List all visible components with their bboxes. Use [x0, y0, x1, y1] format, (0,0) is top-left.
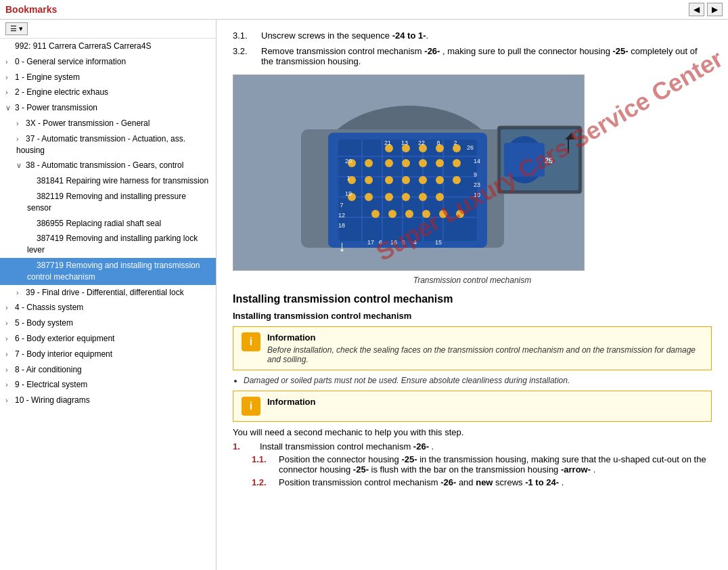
svg-text:22: 22: [418, 139, 425, 146]
sidebar-label-s2: 2 - Engine electric exhaus: [15, 87, 108, 97]
sidebar-menu-button[interactable]: ☰ ▾: [5, 22, 28, 35]
svg-point-43: [439, 210, 447, 218]
sidebar-item-s3x[interactable]: ›3X - Power transmission - General: [0, 116, 216, 131]
sidebar-item-s2[interactable]: ›2 - Engine electric exhaus: [0, 85, 216, 100]
info-title-2: Information: [267, 397, 316, 407]
sidebar-item-s10[interactable]: ›10 - Wiring diagrams: [0, 393, 216, 408]
sidebar-item-root[interactable]: 992: 911 Carrera CarreraS Carrera4S: [0, 39, 216, 54]
toggle-icon-s3x: ›: [16, 118, 26, 129]
transmission-diagram: 21 13 22 8 2 26 14 9 20 1 19 7 12 18 23 …: [233, 74, 585, 271]
svg-point-30: [419, 176, 427, 184]
svg-point-24: [436, 159, 444, 167]
sidebar-label-s382119: 382119 Removing and installing pressure …: [27, 192, 186, 213]
sidebar-label-s387719: 387719 Removing and installing transmiss…: [27, 261, 200, 282]
sidebar-item-s4[interactable]: ›4 - Chassis system: [0, 300, 216, 315]
sidebar-label-s39: 39 - Final drive - Differential, differe…: [26, 288, 184, 297]
toggle-icon-s3: ∨: [5, 103, 15, 113]
sidebar-item-s37[interactable]: ›37 - Automatic transmission - Actuation…: [0, 131, 216, 158]
svg-text:2: 2: [453, 139, 457, 146]
sidebar-item-s38[interactable]: ∨38 - Automatic transmission - Gears, co…: [0, 158, 216, 173]
sidebar-label-s386955: 386955 Replacing radial shaft seal: [37, 219, 161, 228]
sidebar-label-s1: 1 - Engine system: [15, 72, 80, 82]
info-title-1: Information: [267, 332, 703, 343]
sidebar-item-s1[interactable]: ›1 - Engine system: [0, 70, 216, 85]
info-icon-2: i: [242, 397, 260, 416]
sidebar-item-s8[interactable]: ›8 - Air conditioning: [0, 362, 216, 378]
svg-point-41: [405, 210, 413, 218]
tree-container: 992: 911 Carrera CarreraS Carrera4S›0 - …: [0, 39, 216, 408]
step-3-1-num: 3.1.: [233, 30, 253, 41]
sidebar-item-s39[interactable]: ›39 - Final drive - Differential, differ…: [0, 285, 216, 301]
sidebar-label-s0: 0 - General service information: [15, 57, 126, 66]
top-bar-navigation: ◀ ▶: [689, 3, 723, 16]
svg-point-28: [385, 176, 393, 184]
toggle-icon-s2: ›: [5, 87, 15, 97]
toggle-icon-s5: ›: [5, 318, 15, 328]
sidebar-toolbar: ☰ ▾: [0, 20, 216, 39]
info-content-2: Information: [267, 397, 316, 410]
svg-text:8: 8: [436, 139, 440, 146]
svg-text:19: 19: [345, 190, 352, 197]
svg-point-34: [365, 193, 373, 201]
install-step-1-1-num: 1.1.: [252, 454, 271, 475]
svg-text:10: 10: [474, 192, 480, 198]
toggle-icon-s39: ›: [16, 288, 26, 298]
svg-point-27: [365, 176, 373, 184]
sidebar-item-s382119[interactable]: 382119 Removing and installing pressure …: [0, 189, 216, 216]
sidebar-label-s8: 8 - Air conditioning: [15, 365, 82, 374]
svg-text:1: 1: [346, 175, 350, 181]
toggle-icon-s9: ›: [5, 380, 15, 390]
sidebar-item-s387719[interactable]: 387719 Removing and installing transmiss…: [0, 258, 216, 285]
sidebar-item-s6[interactable]: ›6 - Body exterior equipment: [0, 331, 216, 347]
nav-next-button[interactable]: ▶: [707, 3, 723, 16]
install-step-1-text: Install transmission control mechanism -…: [260, 441, 712, 452]
install-step-1-1: 1.1. Position the connector housing -25-…: [252, 454, 712, 475]
sidebar-item-s5[interactable]: ›5 - Body system: [0, 315, 216, 331]
svg-text:7: 7: [340, 202, 343, 209]
step-3-1-text: Unscrew screws in the sequence -24 to 1-…: [261, 30, 712, 41]
diagram-caption: Transmission control mechanism: [233, 276, 712, 285]
svg-text:14: 14: [474, 158, 480, 165]
sidebar-label-s3: 3 - Power transmission: [15, 103, 97, 112]
svg-point-40: [388, 210, 396, 218]
sidebar: ☰ ▾ 992: 911 Carrera CarreraS Carrera4S›…: [0, 20, 217, 570]
svg-point-31: [436, 176, 444, 184]
toggle-icon-s38: ∨: [16, 160, 26, 171]
sidebar-label-s7: 7 - Body interior equipment: [15, 349, 112, 359]
svg-text:25: 25: [545, 156, 553, 165]
subsection-title: Installing transmission control mechanis…: [233, 311, 712, 321]
section-title: Installing transmission control mechanis…: [233, 293, 712, 305]
sidebar-item-s0[interactable]: ›0 - General service information: [0, 54, 216, 70]
svg-text:26: 26: [467, 144, 474, 151]
sidebar-label-s4: 4 - Chassis system: [15, 303, 83, 312]
svg-text:9: 9: [474, 171, 477, 178]
sidebar-label-s3x: 3X - Power transmission - General: [26, 118, 150, 128]
sidebar-item-s386955[interactable]: 386955 Replacing radial shaft seal: [0, 216, 216, 232]
sidebar-item-s9[interactable]: ›9 - Electrical system: [0, 377, 216, 393]
step-paragraph: You will need a second mechanic to help …: [233, 427, 712, 437]
bookmarks-title: Bookmarks: [5, 4, 57, 15]
svg-point-39: [371, 210, 380, 218]
sidebar-label-root: 992: 911 Carrera CarreraS Carrera4S: [15, 41, 151, 51]
svg-text:4: 4: [413, 239, 417, 246]
sidebar-item-s381841[interactable]: 381841 Repairing wire harness for transm…: [0, 173, 216, 189]
toggle-icon-s10: ›: [5, 395, 15, 405]
info-content-1: Information Before installation, check t…: [267, 332, 703, 364]
sidebar-label-s5: 5 - Body system: [15, 318, 73, 328]
sidebar-item-s387419[interactable]: 387419 Removing and installing parking l…: [0, 231, 216, 258]
svg-point-22: [402, 159, 410, 167]
toggle-icon-s1: ›: [5, 72, 15, 83]
sidebar-item-s7[interactable]: ›7 - Body interior equipment: [0, 347, 216, 362]
install-step-1-2-text: Position transmission control mechanism …: [279, 477, 712, 487]
svg-text:15: 15: [435, 239, 442, 246]
sidebar-label-s387419: 387419 Removing and installing parking l…: [27, 234, 198, 255]
toggle-icon-s387419: [27, 234, 37, 244]
install-step-1-1-text: Position the connector housing -25- in t…: [279, 454, 712, 475]
diagram-svg: 21 13 22 8 2 26 14 9 20 1 19 7 12 18 23 …: [233, 75, 585, 271]
nav-prev-button[interactable]: ◀: [689, 3, 704, 16]
svg-point-21: [385, 159, 393, 167]
toggle-icon-s37: ›: [16, 134, 26, 144]
sidebar-item-s3[interactable]: ∨3 - Power transmission: [0, 100, 216, 116]
sidebar-label-s38: 38 - Automatic transmission - Gears, con…: [26, 160, 183, 170]
svg-point-29: [402, 176, 410, 184]
